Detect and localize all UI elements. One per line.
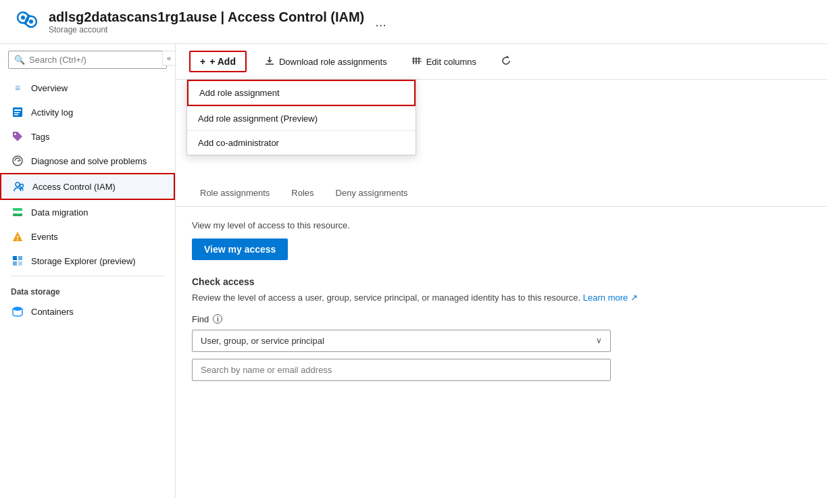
chevron-down-icon: ∨	[596, 336, 602, 345]
add-plus-icon: +	[200, 56, 205, 67]
page-header: adlsg2datascans1rg1ause | Access Control…	[0, 0, 827, 44]
content-below-toolbar: Role assignments Roles Deny assignments …	[176, 181, 827, 395]
containers-icon	[11, 305, 24, 318]
storage-explorer-icon	[11, 254, 24, 268]
sidebar-item-label-storage-explorer: Storage Explorer (preview)	[31, 256, 136, 266]
access-description: View my level of access to this resource…	[192, 220, 811, 230]
learn-more-link[interactable]: Learn more ↗	[583, 293, 638, 303]
sidebar-item-tags[interactable]: Tags	[0, 124, 175, 149]
svg-point-14	[20, 184, 24, 188]
collapse-sidebar-button[interactable]: «	[162, 51, 175, 66]
add-dropdown-menu: Add role assignment Add role assignment …	[186, 79, 416, 155]
overview-icon: ≡	[11, 81, 24, 95]
sidebar-item-events[interactable]: Events	[0, 224, 175, 249]
svg-point-10	[14, 133, 16, 135]
iam-icon	[12, 180, 26, 193]
main-layout: 🔍 « ≡ Overview Activity log Tags Diagnos…	[0, 44, 827, 498]
svg-point-19	[17, 239, 18, 241]
tab-deny-assignments[interactable]: Deny assignments	[325, 181, 419, 206]
page-subtitle: Storage account	[49, 25, 364, 34]
sidebar-item-data-migration[interactable]: Data migration	[0, 200, 175, 224]
view-access-section: View my level of access to this resource…	[192, 220, 811, 260]
sidebar-item-diagnose[interactable]: Diagnose and solve problems	[0, 149, 175, 173]
data-storage-section-label: Data storage	[0, 279, 175, 299]
sidebar: 🔍 « ≡ Overview Activity log Tags Diagnos…	[0, 44, 176, 498]
dropdown-item-add-role[interactable]: Add role assignment	[187, 80, 416, 106]
sidebar-item-containers[interactable]: Containers	[0, 299, 175, 324]
refresh-icon	[501, 55, 511, 68]
search-box[interactable]: 🔍	[8, 51, 167, 69]
svg-rect-20	[13, 256, 17, 260]
download-button[interactable]: Download role assignments	[257, 51, 394, 72]
svg-rect-9	[14, 114, 18, 116]
dropdown-item-add-role-preview[interactable]: Add role assignment (Preview)	[187, 107, 416, 130]
search-by-name-input[interactable]	[192, 359, 611, 381]
check-access-title: Check access	[192, 276, 811, 287]
svg-point-13	[16, 182, 20, 186]
sidebar-item-label-tags: Tags	[31, 132, 49, 142]
svg-point-3	[29, 20, 33, 24]
dropdown-item-add-co-admin-label: Add co-administrator	[198, 138, 279, 148]
sidebar-item-activity-log[interactable]: Activity log	[0, 100, 175, 124]
dropdown-item-add-role-preview-label: Add role assignment (Preview)	[198, 114, 318, 124]
activity-log-icon	[11, 105, 24, 119]
content-area: + + Add Download role assignments Edit c…	[176, 44, 827, 498]
sidebar-item-iam[interactable]: Access Control (IAM)	[0, 173, 175, 200]
sidebar-item-label-data-migration: Data migration	[31, 207, 89, 218]
data-migration-icon	[11, 205, 24, 219]
diagnose-icon	[11, 154, 24, 168]
find-type-dropdown[interactable]: User, group, or service principal ∨	[192, 330, 611, 352]
events-icon	[11, 230, 24, 243]
edit-columns-label: Edit columns	[426, 57, 476, 67]
find-label: Find i	[192, 314, 811, 324]
add-button[interactable]: + + Add	[189, 51, 247, 72]
edit-columns-button[interactable]: Edit columns	[405, 51, 483, 72]
main-content-body: View my level of access to this resource…	[176, 207, 827, 395]
tabs-row: Role assignments Roles Deny assignments	[176, 181, 827, 207]
sidebar-item-label-activity-log: Activity log	[31, 107, 73, 118]
sidebar-item-label-events: Events	[31, 232, 58, 242]
tags-icon	[11, 130, 24, 143]
check-access-desc: Review the level of access a user, group…	[192, 291, 811, 305]
check-access-desc-text: Review the level of access a user, group…	[192, 293, 580, 303]
sidebar-item-label-overview: Overview	[31, 83, 68, 93]
svg-rect-8	[14, 112, 20, 114]
svg-rect-7	[14, 109, 21, 111]
sidebar-item-label-containers: Containers	[31, 307, 74, 317]
tab-deny-assignments-label: Deny assignments	[336, 188, 408, 198]
dropdown-item-add-role-label: Add role assignment	[199, 88, 280, 98]
svg-line-4	[23, 12, 31, 16]
download-icon	[264, 55, 275, 68]
search-icon: 🔍	[14, 55, 25, 65]
add-label: + Add	[209, 56, 236, 67]
refresh-button[interactable]	[494, 51, 518, 72]
svg-point-1	[21, 16, 25, 20]
find-info-icon[interactable]: i	[213, 314, 222, 324]
search-input[interactable]	[29, 55, 161, 65]
svg-rect-16	[13, 213, 22, 216]
view-my-access-button[interactable]: View my access	[192, 238, 288, 260]
external-link-icon: ↗	[630, 293, 638, 303]
tab-role-assignments-label: Role assignments	[200, 188, 270, 198]
resource-icon	[14, 8, 41, 35]
svg-rect-22	[13, 261, 17, 266]
more-options-button[interactable]: ...	[375, 14, 386, 30]
sidebar-item-label-iam: Access Control (IAM)	[32, 182, 116, 192]
download-label: Download role assignments	[279, 57, 387, 67]
tab-role-assignments[interactable]: Role assignments	[189, 181, 280, 206]
tab-roles[interactable]: Roles	[280, 181, 324, 206]
toolbar: + + Add Download role assignments Edit c…	[176, 44, 827, 80]
header-text: adlsg2datascans1rg1ause | Access Control…	[49, 9, 364, 34]
tab-roles-label: Roles	[291, 188, 314, 198]
sidebar-item-overview[interactable]: ≡ Overview	[0, 76, 175, 100]
svg-rect-21	[18, 256, 22, 260]
sidebar-item-label-diagnose: Diagnose and solve problems	[31, 156, 147, 166]
dropdown-item-add-co-admin[interactable]: Add co-administrator	[187, 131, 416, 155]
svg-rect-15	[13, 208, 22, 211]
sidebar-divider	[11, 276, 164, 276]
sidebar-item-storage-explorer[interactable]: Storage Explorer (preview)	[0, 249, 175, 273]
svg-point-24	[13, 307, 22, 311]
page-title: adlsg2datascans1rg1ause | Access Control…	[49, 9, 364, 25]
columns-icon	[411, 55, 422, 68]
svg-rect-23	[18, 261, 22, 266]
